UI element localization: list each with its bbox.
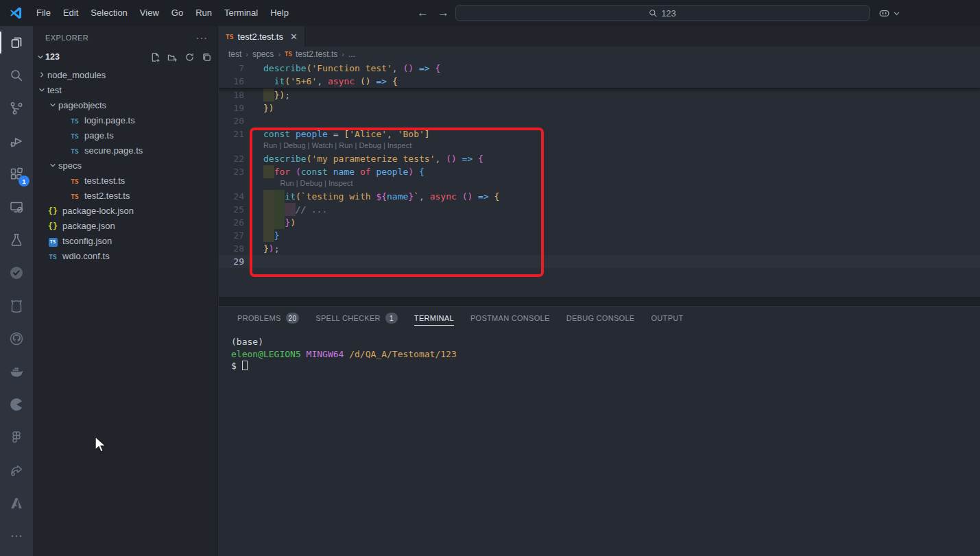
azure-icon[interactable] — [0, 487, 33, 520]
sidebar-title: EXPLORER — [45, 34, 88, 42]
code-line-27[interactable]: 27 } — [219, 229, 980, 242]
tree-item-package-lock-json[interactable]: {}package-lock.json — [33, 203, 217, 218]
tree-item-test-test-ts[interactable]: TStest.test.ts — [33, 173, 217, 188]
menu-edit[interactable]: Edit — [57, 0, 84, 26]
tree-item-label: secure.page.ts — [84, 145, 143, 156]
code-line-22[interactable]: 22describe('my parameterize tests', () =… — [219, 152, 980, 165]
source-control-icon[interactable] — [0, 92, 33, 125]
chevron-down-icon — [893, 10, 900, 17]
panel-tab-postman-console[interactable]: POSTMAN CONSOLE — [464, 307, 557, 329]
figma-icon[interactable] — [0, 421, 33, 454]
tree-item-test2-test-ts[interactable]: TStest2.test.ts — [33, 188, 217, 203]
nav-forward-button[interactable]: → — [438, 0, 449, 26]
tree-item-label: page.ts — [84, 130, 114, 141]
breadcrumb-item-test[interactable]: test — [228, 49, 241, 59]
terminal-output[interactable]: (base)eleon@LEGION5 MINGW64 /d/QA_A/Test… — [219, 329, 980, 372]
test-beaker-icon[interactable] — [0, 223, 33, 256]
search-icon[interactable] — [0, 59, 33, 92]
codelens-actions[interactable]: Run | Debug | Watch | Run | Debug | Insp… — [219, 141, 980, 152]
command-center-search[interactable]: 123 — [455, 5, 870, 21]
menu-go[interactable]: Go — [165, 0, 189, 26]
panel-tab-terminal[interactable]: TERMINAL — [407, 307, 461, 329]
new-file-icon[interactable] — [150, 52, 160, 62]
tree-item-node-modules[interactable]: node_modules — [33, 67, 217, 82]
tree-item-page-ts[interactable]: TSpage.ts — [33, 128, 217, 143]
code-line-25[interactable]: 25 // ... — [219, 203, 980, 216]
menu-view[interactable]: View — [134, 0, 165, 26]
code-line-7[interactable]: 7describe('Function test', () => { — [219, 62, 980, 75]
panel-tab-output[interactable]: OUTPUT — [645, 307, 691, 329]
sidebar-more-actions-button[interactable]: ··· — [196, 32, 208, 43]
menu-run[interactable]: Run — [189, 0, 218, 26]
code-line-18[interactable]: 18 }); — [219, 88, 980, 101]
tree-item-label: pageobjects — [58, 100, 106, 110]
tree-item-specs[interactable]: specs — [33, 158, 217, 173]
typescript-file-icon: TS — [69, 145, 80, 156]
run-debug-icon[interactable] — [0, 125, 33, 158]
typescript-file-icon: TS — [69, 115, 80, 125]
refresh-icon[interactable] — [184, 52, 195, 62]
code-line-23[interactable]: 23 for (const name of people) { — [219, 165, 980, 178]
code-line-16[interactable]: 16 it('5+6', async () => { — [219, 75, 980, 88]
project-root-label: 123 — [45, 52, 150, 62]
panel-tab-spell-checker[interactable]: SPELL CHECKER1 — [309, 307, 405, 329]
panel-tab-debug-console[interactable]: DEBUG CONSOLE — [560, 307, 642, 329]
code-line-26[interactable]: 26 }) — [219, 216, 980, 229]
breadcrumb-item-test2-test-ts[interactable]: TStest2.test.ts — [285, 49, 337, 59]
line-number: 29 — [219, 255, 263, 268]
tree-item-label: wdio.conf.ts — [62, 251, 110, 261]
share-arrow-icon[interactable] — [0, 454, 33, 487]
file-tree: node_modulestestpageobjectsTSlogin.page.… — [33, 67, 217, 263]
code-line-28[interactable]: 28}); — [219, 242, 980, 255]
github-icon[interactable] — [0, 322, 33, 355]
badge: 1 — [19, 176, 29, 186]
tree-item-test[interactable]: test — [33, 82, 217, 97]
line-number: 7 — [219, 62, 263, 75]
tree-item-package-json[interactable]: {}package.json — [33, 218, 217, 233]
breadcrumb-item-specs[interactable]: specs — [252, 49, 274, 59]
docker-icon[interactable] — [0, 355, 33, 388]
new-folder-icon[interactable] — [167, 52, 178, 62]
panel-badge: 20 — [286, 313, 300, 324]
code-line-21[interactable]: 21const people = ['Alice', 'Bob'] — [219, 128, 980, 141]
vscode-window: FileEditSelectionViewGoRunTerminalHelp ←… — [0, 0, 980, 556]
tree-item-label: test2.test.ts — [84, 191, 130, 201]
code-line-29[interactable]: 29 — [219, 255, 980, 268]
search-icon — [649, 9, 658, 18]
project-root-row[interactable]: 123 — [33, 49, 217, 64]
tree-item-pageobjects[interactable]: pageobjects — [33, 97, 217, 112]
check-circle-icon[interactable] — [0, 256, 33, 289]
breadcrumb-item--[interactable]: ... — [348, 49, 355, 59]
extensions-icon[interactable]: 1 — [0, 158, 33, 191]
terminal-line: eleon@LEGION5 MINGW64 /d/QA_A/Testomat/1… — [231, 348, 980, 361]
gitlens-icon[interactable] — [0, 289, 33, 322]
ts-file-icon: TS — [226, 33, 233, 40]
tree-item-tsconfig-json[interactable]: TStsconfig.json — [33, 233, 217, 248]
code-line-24[interactable]: 24 it(`testing with ${name}`, async () =… — [219, 190, 980, 203]
code-editor[interactable]: 7describe('Function test', () => {16 it(… — [219, 62, 980, 297]
menu-terminal[interactable]: Terminal — [218, 0, 264, 26]
copilot-icon — [878, 7, 891, 20]
tree-item-secure-page-ts[interactable]: TSsecure.page.ts — [33, 143, 217, 158]
codelens-actions[interactable]: Run | Debug | Inspect — [219, 178, 980, 190]
editor-tab-bar: TS test2.test.ts ✕ — [219, 26, 980, 47]
panel-tab-problems[interactable]: PROBLEMS20 — [230, 307, 306, 329]
tab-test2-test-ts[interactable]: TS test2.test.ts ✕ — [219, 26, 305, 47]
quokka-icon[interactable] — [0, 388, 33, 421]
more-ellipsis-icon[interactable] — [0, 520, 33, 553]
close-tab-icon[interactable]: ✕ — [290, 32, 298, 42]
files-icon[interactable] — [0, 26, 33, 59]
remote-explorer-icon[interactable] — [0, 191, 33, 223]
collapse-all-icon[interactable] — [202, 52, 212, 62]
tree-item-login-page-ts[interactable]: TSlogin.page.ts — [33, 112, 217, 128]
copilot-button[interactable] — [878, 0, 900, 26]
nav-back-button[interactable]: ← — [417, 0, 429, 26]
menu-file[interactable]: File — [30, 0, 57, 26]
tree-item-wdio-conf-ts[interactable]: TSwdio.conf.ts — [33, 248, 217, 263]
chevron-down-icon — [38, 86, 45, 93]
code-line-19[interactable]: 19}) — [219, 101, 980, 114]
code-line-20[interactable]: 20 — [219, 114, 980, 128]
menu-selection[interactable]: Selection — [84, 0, 133, 26]
menu-help[interactable]: Help — [264, 0, 295, 26]
line-number: 28 — [219, 242, 263, 255]
